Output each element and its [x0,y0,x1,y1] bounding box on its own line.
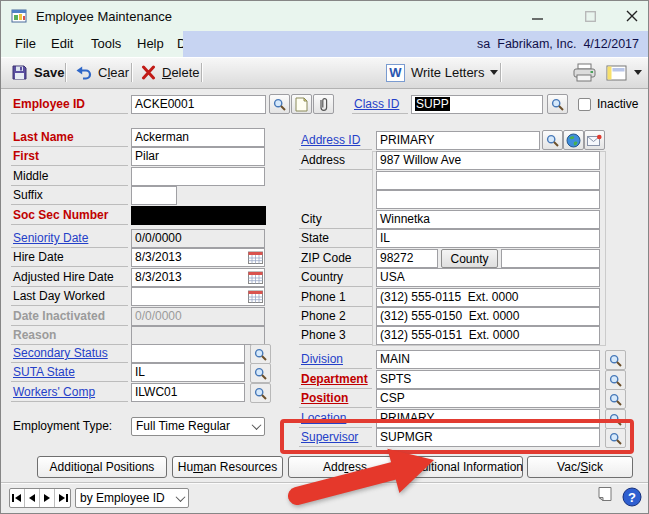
print-options-dropdown-icon[interactable] [634,70,642,75]
secondary-status-field[interactable] [131,344,245,363]
employee-id-field[interactable]: ACKE0001 [131,95,266,114]
employee-id-lookup-button[interactable] [269,94,290,114]
map-address-button[interactable] [584,130,605,150]
address-id-lookup-button[interactable] [542,130,563,150]
address-line3-field[interactable] [376,190,600,209]
supervisor-field[interactable]: SUPMGR [376,428,600,447]
menu-tools[interactable]: Tools [85,31,127,57]
next-record-button[interactable] [40,489,55,507]
help-button[interactable]: ? [622,487,642,511]
last-name-field[interactable]: Ackerman [131,128,265,147]
hire-date-field[interactable]: 8/3/2013 [131,248,265,267]
county-field[interactable] [501,249,600,268]
address-button[interactable]: Address [288,456,402,478]
suta-state-lookup-button[interactable] [250,363,271,383]
vac-sick-button[interactable]: Vac/Sick [527,456,633,478]
address-line1-field[interactable]: 987 Willow Ave [376,151,600,170]
supervisor-lookup-button[interactable] [605,428,626,448]
internet-addresses-button[interactable] [563,130,584,150]
window-notes-button[interactable] [596,486,613,508]
menu-help[interactable]: Help [131,31,170,57]
county-button[interactable]: County [441,249,498,268]
city-field[interactable]: Winnetka [376,210,600,229]
sort-by-dropdown[interactable]: by Employee ID [75,488,189,508]
class-id-field[interactable]: SUPP [411,95,543,114]
department-label[interactable]: Department [301,371,368,388]
adjusted-hire-date-field[interactable]: 8/3/2013 [131,268,265,287]
maximize-button[interactable] [574,1,606,31]
location-label[interactable]: Location [301,410,346,427]
phone1-field[interactable]: (312) 555-0115 Ext. 0000 [376,288,600,307]
state-field[interactable]: IL [376,229,600,248]
address-line2-field[interactable] [376,171,600,190]
department-field[interactable]: SPTS [376,370,600,389]
employment-type-dropdown[interactable]: Full Time Regular [131,417,265,436]
workers-comp-field[interactable]: ILWC01 [131,383,245,402]
position-field[interactable]: CSP [376,389,600,408]
adjusted-hire-date-calendar-button[interactable] [247,270,263,284]
additional-information-button[interactable]: Additional Information [407,456,523,478]
phone3-field[interactable]: (312) 555-0151 Ext. 0000 [376,326,600,345]
lookup-icon [609,432,622,445]
division-field[interactable]: MAIN [376,350,600,369]
close-button[interactable] [616,1,648,31]
location-field[interactable]: PRIMARY [376,409,600,428]
location-lookup-button[interactable] [605,409,626,429]
help-icon: ? [622,487,642,507]
prompt-underline [11,381,128,382]
middle-name-field[interactable] [131,167,265,186]
division-lookup-button[interactable] [605,350,626,370]
class-id-lookup-button[interactable] [547,94,568,114]
human-resources-button[interactable]: Human Resources [172,456,283,478]
prompt-underline [299,247,372,248]
position-label[interactable]: Position [301,390,348,407]
inactive-checkbox[interactable] [578,98,591,111]
write-letters-dropdown-icon[interactable] [490,70,498,75]
zip-code-field[interactable]: 98272 [376,249,438,268]
first-name-field[interactable]: Pilar [131,147,265,166]
note-button[interactable] [291,94,312,114]
position-lookup-button[interactable] [605,389,626,409]
last-day-worked-field[interactable] [131,287,265,306]
minimize-button[interactable] [521,1,553,31]
write-letters-button[interactable]: W Write Letters [386,57,498,88]
ssn-field-redacted[interactable] [131,206,266,225]
globe-icon [566,133,581,148]
previous-record-button[interactable] [25,489,40,507]
supervisor-label[interactable]: Supervisor [301,429,358,446]
delete-button[interactable]: Delete [141,57,200,88]
additional-positions-button[interactable]: Additional Positions [37,456,167,478]
suffix-field[interactable] [131,186,177,205]
workers-comp-lookup-button[interactable] [250,383,271,403]
suta-state-field[interactable]: IL [131,363,245,382]
seniority-date-label[interactable]: Seniority Date [13,230,88,247]
menu-file[interactable]: File [9,31,42,57]
adjusted-hire-date-label: Adjusted Hire Date [13,269,114,286]
last-record-button[interactable] [55,489,70,507]
save-button[interactable]: Save [11,57,64,88]
middle-name-label: Middle [13,168,48,185]
menu-edit[interactable]: Edit [45,31,79,57]
division-label[interactable]: Division [301,351,343,368]
print-options-button[interactable] [606,57,642,88]
seniority-date-field[interactable]: 0/0/0000 [131,229,265,248]
suta-state-label[interactable]: SUTA State [13,364,75,381]
hire-date-calendar-button[interactable] [247,250,263,264]
country-field[interactable]: USA [376,268,600,287]
first-record-button[interactable] [10,489,25,507]
clear-label: Clear [98,65,129,80]
class-id-label[interactable]: Class ID [354,96,399,113]
company-context: sa Fabrikam, Inc. 4/12/2017 [183,31,648,57]
address-id-label[interactable]: Address ID [301,132,360,149]
attachment-button[interactable] [313,94,334,114]
workers-comp-label[interactable]: Workers' Comp [13,384,95,401]
last-day-worked-calendar-button[interactable] [247,289,263,303]
address-id-field[interactable]: PRIMARY [376,131,540,150]
clear-button[interactable]: Clear [75,57,129,88]
phone2-field[interactable]: (312) 555-0150 Ext. 0000 [376,307,600,326]
secondary-status-lookup-button[interactable] [250,344,271,364]
print-button[interactable] [572,57,598,88]
prompt-underline [299,446,372,447]
secondary-status-label[interactable]: Secondary Status [13,345,108,362]
department-lookup-button[interactable] [605,370,626,390]
